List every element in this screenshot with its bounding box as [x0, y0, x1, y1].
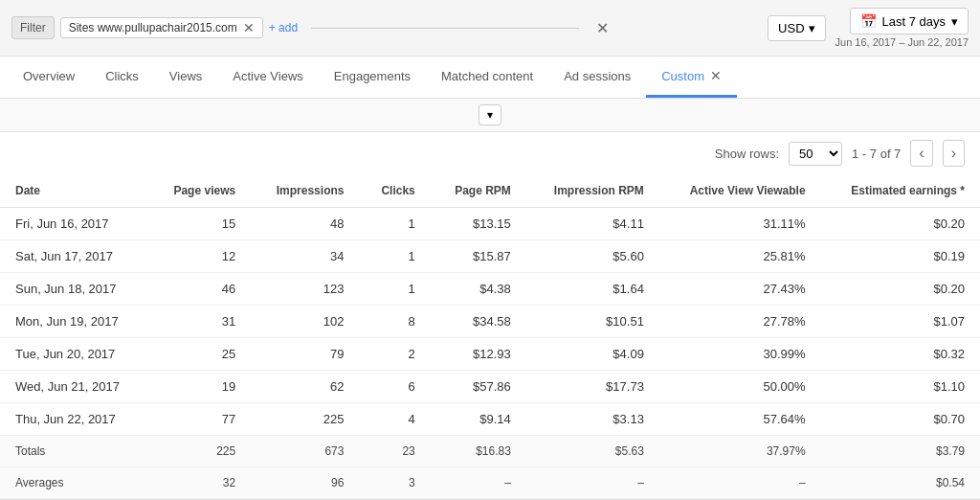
- table-controls: Show rows: 50 25 100 1 - 7 of 7: [0, 132, 980, 174]
- totals-clicks: 23: [359, 436, 430, 467]
- cell-page-rpm: $12.93: [431, 338, 526, 371]
- date-range-button[interactable]: 📅 Last 7 days: [850, 8, 969, 34]
- cell-page-rpm: $34.58: [431, 306, 526, 338]
- currency-chevron-icon: [809, 21, 815, 35]
- cell-date: Thu, Jun 22, 2017: [0, 403, 148, 436]
- tab-active-views[interactable]: Active Views: [217, 57, 318, 98]
- cell-pageviews: 31: [148, 306, 251, 338]
- col-header-date: Date: [0, 174, 148, 208]
- cell-date: Wed, Jun 21, 2017: [0, 371, 148, 403]
- averages-active-view-viewable: –: [659, 467, 821, 499]
- next-page-button[interactable]: [943, 140, 965, 167]
- tab-matched-content[interactable]: Matched content: [426, 57, 548, 98]
- top-bar: Filter Sites www.pullupachair2015.com ✕ …: [0, 0, 980, 57]
- currency-button[interactable]: USD: [768, 15, 825, 41]
- tab-views[interactable]: Views: [154, 57, 217, 98]
- averages-impressions: 96: [251, 467, 359, 499]
- cell-estimated-earnings: $0.20: [821, 273, 980, 306]
- col-header-clicks: Clicks: [359, 174, 430, 208]
- cell-impression-rpm: $4.09: [526, 338, 659, 371]
- averages-clicks: 3: [359, 467, 430, 499]
- cell-date: Sun, Jun 18, 2017: [0, 273, 148, 306]
- tab-ad-sessions[interactable]: Ad sessions: [548, 57, 646, 98]
- table-row: Mon, Jun 19, 2017 31 102 8 $34.58 $10.51…: [0, 306, 980, 338]
- tabs-container: Overview Clicks Views Active Views Engag…: [0, 57, 980, 99]
- filter-chip-text: Sites www.pullupachair2015.com: [69, 21, 237, 34]
- cell-impression-rpm: $4.11: [526, 208, 659, 240]
- filter-input-line: [311, 28, 579, 29]
- currency-label: USD: [778, 21, 804, 35]
- table-row: Tue, Jun 20, 2017 25 79 2 $12.93 $4.09 3…: [0, 338, 980, 371]
- col-header-impressions: Impressions: [251, 174, 359, 208]
- cell-impressions: 62: [251, 371, 359, 403]
- cell-impressions: 79: [251, 338, 359, 371]
- cell-pageviews: 77: [148, 403, 251, 436]
- cell-impressions: 48: [251, 208, 359, 240]
- cell-active-view-viewable: 27.43%: [659, 273, 821, 306]
- tab-custom-close-icon[interactable]: ✕: [710, 68, 722, 83]
- col-header-impression-rpm: Impression RPM: [526, 174, 659, 208]
- table-row: Fri, Jun 16, 2017 15 48 1 $13.15 $4.11 3…: [0, 208, 980, 240]
- cell-clicks: 1: [359, 240, 430, 273]
- column-dropdown-button[interactable]: [479, 104, 501, 125]
- table-row: Wed, Jun 21, 2017 19 62 6 $57.86 $17.73 …: [0, 371, 980, 403]
- averages-row: Averages 32 96 3 – – – $0.54: [0, 467, 980, 499]
- cell-date: Tue, Jun 20, 2017: [0, 338, 148, 371]
- averages-estimated-earnings: $0.54: [821, 467, 980, 499]
- cell-page-rpm: $13.15: [431, 208, 526, 240]
- cell-estimated-earnings: $1.10: [821, 371, 980, 403]
- cell-clicks: 8: [359, 306, 430, 338]
- cell-impression-rpm: $10.51: [526, 306, 659, 338]
- cell-estimated-earnings: $0.20: [821, 208, 980, 240]
- filter-area: Filter Sites www.pullupachair2015.com ✕ …: [11, 16, 768, 39]
- averages-pageviews: 32: [148, 467, 251, 499]
- cell-clicks: 6: [359, 371, 430, 403]
- cell-impression-rpm: $17.73: [526, 371, 659, 403]
- cell-date: Sat, Jun 17, 2017: [0, 240, 148, 273]
- totals-impression-rpm: $5.63: [526, 436, 659, 467]
- cell-clicks: 1: [359, 273, 430, 306]
- filter-label: Filter: [11, 16, 55, 39]
- tab-engagements[interactable]: Engagements: [319, 57, 426, 98]
- cell-date: Mon, Jun 19, 2017: [0, 306, 148, 338]
- show-rows-label: Show rows:: [715, 147, 779, 161]
- col-header-active-view-viewable: Active View Viewable: [659, 174, 821, 208]
- cell-active-view-viewable: 50.00%: [659, 371, 821, 403]
- cell-impressions: 225: [251, 403, 359, 436]
- add-filter-button[interactable]: + add: [269, 21, 298, 34]
- cell-active-view-viewable: 27.78%: [659, 306, 821, 338]
- cell-page-rpm: $4.38: [431, 273, 526, 306]
- col-header-estimated-earnings: Estimated earnings *: [821, 174, 980, 208]
- totals-estimated-earnings: $3.79: [821, 436, 980, 467]
- cell-estimated-earnings: $0.70: [821, 403, 980, 436]
- totals-row: Totals 225 673 23 $16.83 $5.63 37.97% $3…: [0, 436, 980, 467]
- rows-per-page-select[interactable]: 50 25 100: [789, 142, 842, 166]
- col-header-pageviews: Page views: [148, 174, 251, 208]
- date-button-label: Last 7 days: [882, 14, 947, 29]
- cell-page-rpm: $9.14: [431, 403, 526, 436]
- table-container: Date Page views Impressions Clicks Page …: [0, 174, 980, 499]
- averages-impression-rpm: –: [526, 467, 659, 499]
- table-header-row: Date Page views Impressions Clicks Page …: [0, 174, 980, 208]
- tab-clicks[interactable]: Clicks: [90, 57, 154, 98]
- column-dropdown-icon: [487, 108, 493, 122]
- averages-label: Averages: [0, 467, 148, 499]
- calendar-icon: 📅: [860, 13, 877, 29]
- chevron-right-icon: [951, 147, 956, 161]
- table-row: Thu, Jun 22, 2017 77 225 4 $9.14 $3.13 5…: [0, 403, 980, 436]
- averages-page-rpm: –: [431, 467, 526, 499]
- cell-pageviews: 12: [148, 240, 251, 273]
- prev-page-button[interactable]: [910, 140, 932, 167]
- right-controls: USD 📅 Last 7 days Jun 16, 2017 – Jun 22,…: [768, 8, 969, 48]
- filter-chip-close-icon[interactable]: ✕: [243, 21, 255, 34]
- cell-page-rpm: $15.87: [431, 240, 526, 273]
- date-area: 📅 Last 7 days Jun 16, 2017 – Jun 22, 201…: [835, 8, 969, 48]
- cell-estimated-earnings: $1.07: [821, 306, 980, 338]
- cell-pageviews: 19: [148, 371, 251, 403]
- cell-active-view-viewable: 57.64%: [659, 403, 821, 436]
- tab-custom[interactable]: Custom ✕: [646, 57, 737, 98]
- chevron-left-icon: [919, 147, 924, 161]
- filter-clear-icon[interactable]: ✕: [596, 19, 609, 37]
- toolbar-row: [0, 99, 980, 132]
- tab-overview[interactable]: Overview: [8, 57, 90, 98]
